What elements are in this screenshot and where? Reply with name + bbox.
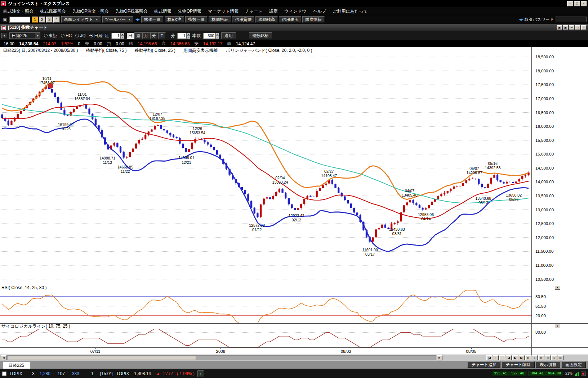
chart-tool-button-8[interactable]: R [538, 355, 544, 360]
chart-tool-button-4[interactable]: ▶ [512, 355, 518, 360]
scroll-top-button[interactable]: ↑ [197, 370, 204, 377]
symbol-combo[interactable]: 日経225 ▼ [9, 32, 40, 39]
chart-tool-button-7[interactable]: L [532, 355, 538, 360]
chart-tool-button-6[interactable]: D [525, 355, 531, 360]
layout-preset-2[interactable]: 2 [39, 17, 45, 23]
trade-password-input[interactable] [555, 17, 587, 22]
footer-button-チャート追加[interactable]: チャート追加 [467, 361, 500, 368]
layout-grid-icon[interactable]: ▣ [1, 17, 8, 22]
toolbar-button-指数一覧[interactable]: 指数一覧 [185, 16, 208, 23]
market-radio-東証[interactable]: 東証 [44, 33, 57, 39]
toolbar-button-株価一覧[interactable]: 株価一覧 [141, 16, 164, 23]
restore-down-button[interactable]: ▣ [563, 25, 568, 30]
menu-item-先物OP残高照会[interactable]: 先物OP残高照会 [112, 7, 151, 15]
period-button-分[interactable]: 分 [150, 32, 158, 39]
scroll-left-button[interactable]: ◀ [1, 355, 6, 360]
minute-stepper[interactable]: ▲▼ [177, 33, 190, 39]
price-axis[interactable]: 18,500.0018,000.0017,500.0017,000.0016,5… [531, 54, 588, 285]
minimize-button[interactable]: ─ [569, 25, 574, 30]
apply-button[interactable]: 適用 [221, 32, 236, 39]
scrollbar-thumb[interactable] [8, 356, 196, 360]
menu-item-ご利用にあたって[interactable]: ご利用にあたって [329, 7, 371, 15]
footer-button-チャート削除[interactable]: チャート削除 [502, 361, 535, 368]
toolbar-button-現物残高[interactable]: 現物残高 [255, 16, 278, 23]
footer-button-画面設定[interactable]: 画面設定 [561, 361, 586, 368]
bar-count-input[interactable] [203, 33, 215, 39]
menu-item-マーケット情報[interactable]: マーケット情報 [205, 7, 242, 15]
period-button-週[interactable]: 週 [134, 32, 142, 39]
menu-item-先物OP注文・照会[interactable]: 先物OP注文・照会 [69, 7, 112, 15]
pane-collapse-icon[interactable]: ◀▶ [518, 18, 524, 21]
scroll-right-button[interactable]: ▶ [437, 355, 442, 360]
menu-item-ヘルプ[interactable]: ヘルプ [309, 7, 329, 15]
bar-interval-input[interactable] [111, 33, 121, 39]
rsi-axis[interactable]: 80.5051.5023.00 [531, 290, 588, 323]
chart-tool-button-3[interactable]: ◀ [506, 355, 512, 360]
toolbar-toggle-button[interactable]: ツールバー ▼ [102, 16, 133, 23]
maximize-button[interactable]: □ [575, 25, 580, 30]
period-button-日[interactable]: 日 [126, 32, 134, 39]
spinner-icon[interactable]: ▲▼ [215, 33, 219, 39]
quote-value: 14,338.54 [19, 41, 38, 46]
menu-item-設定[interactable]: 設定 [266, 7, 281, 15]
chart-tool-button-9[interactable]: ⊙ [545, 355, 551, 360]
toolbar-button-株価格表[interactable]: 株価格表 [209, 16, 231, 23]
close-button[interactable]: × [581, 1, 587, 6]
bar-interval-stepper[interactable]: ▲▼ [111, 33, 124, 39]
price-axis-label: 14,000.00 [535, 180, 554, 184]
market-radio-JQ[interactable]: JQ [75, 33, 85, 39]
layout-preset-4[interactable]: 4 [53, 17, 60, 23]
symbol-history-icon[interactable]: ▼ [1, 33, 7, 39]
menu-item-先物OP情報[interactable]: 先物OP情報 [175, 7, 205, 15]
minimize-button[interactable]: ─ [567, 1, 573, 6]
menu-item-ウィンドウ[interactable]: ウィンドウ [281, 7, 309, 15]
multi-symbol-button[interactable]: 複数銘柄 [249, 32, 272, 39]
menu-item-株式残高照会[interactable]: 株式残高照会 [37, 7, 69, 15]
chart-zoom-toolbar: |◀+−◀▶▶|DLR⊙×≫ [486, 355, 564, 360]
chart-tool-button-0[interactable]: |◀ [486, 355, 492, 360]
menu-item-チャート[interactable]: チャート [242, 7, 266, 15]
period-button-T[interactable]: T [158, 32, 166, 39]
status-checkbox[interactable] [2, 372, 6, 376]
rsi-chart-plot[interactable] [0, 290, 531, 323]
market-radio-HC[interactable]: HC [61, 33, 72, 39]
toolbar-button-信用建玉[interactable]: 信用建玉 [279, 16, 301, 23]
chart-tool-button-11[interactable]: ≫ [558, 355, 564, 360]
dock-button[interactable]: ▣ [557, 25, 562, 30]
main-chart-plot[interactable]: 10/1117458.9716199.0210/2511/0116887.041… [0, 54, 531, 285]
toolbar-button-株EX注[interactable]: 株EX注 [165, 16, 184, 23]
chart-tool-button-2[interactable]: − [499, 355, 505, 360]
layout-preset-1[interactable]: 1 [32, 17, 38, 23]
menu-item-株式情報[interactable]: 株式情報 [151, 7, 175, 15]
psy-panel-menu-button[interactable]: ▼ [555, 324, 560, 328]
market-radio-日経[interactable]: 日経 [89, 33, 103, 39]
annotation-line2: 11/13 [99, 160, 115, 165]
chart-tool-button-1[interactable]: + [493, 355, 499, 360]
period-button-月[interactable]: 月 [142, 32, 150, 39]
legend-item: 期間高安表示機能 [183, 48, 218, 54]
chart-tool-button-5[interactable]: ▶| [519, 355, 525, 360]
rsi-panel-menu-button[interactable]: ▼ [555, 285, 560, 290]
close-button[interactable]: × [581, 25, 587, 30]
scrollbar-track[interactable] [7, 355, 436, 360]
chart-window-titlebar: [5110] 指数チャート ▣▣─□× [0, 24, 588, 31]
psy-chart-plot[interactable] [0, 329, 531, 347]
chart-tool-button-10[interactable]: × [551, 355, 557, 360]
minute-label: 分 [171, 33, 175, 39]
spinner-icon[interactable]: ▲▼ [187, 33, 190, 39]
minute-input[interactable] [177, 33, 187, 39]
menu-item-株式注文・照会[interactable]: 株式注文・照会 [0, 7, 37, 15]
spinner-icon[interactable]: ▲▼ [121, 33, 124, 39]
screen-layout-button[interactable]: 画面レイアウト ▼ [61, 16, 101, 23]
symbol-quick-input[interactable] [9, 17, 30, 23]
tab-nikkei225[interactable]: 日経225 [2, 362, 30, 369]
psy-axis[interactable]: 80.00 [531, 329, 588, 347]
toolbar-button-信用貸借[interactable]: 信用貸借 [232, 16, 254, 23]
bar-count-stepper[interactable]: ▲▼ [203, 33, 219, 39]
toolbar-button-限度情報[interactable]: 限度情報 [302, 16, 325, 23]
pane-collapse-icon[interactable]: ◀▶ [135, 18, 140, 21]
footer-button-表示切替[interactable]: 表示切替 [536, 361, 560, 368]
layout-preset-3[interactable]: 3 [46, 17, 53, 23]
maximize-button[interactable]: □ [574, 1, 580, 6]
chevron-down-icon: ▼ [95, 18, 98, 21]
